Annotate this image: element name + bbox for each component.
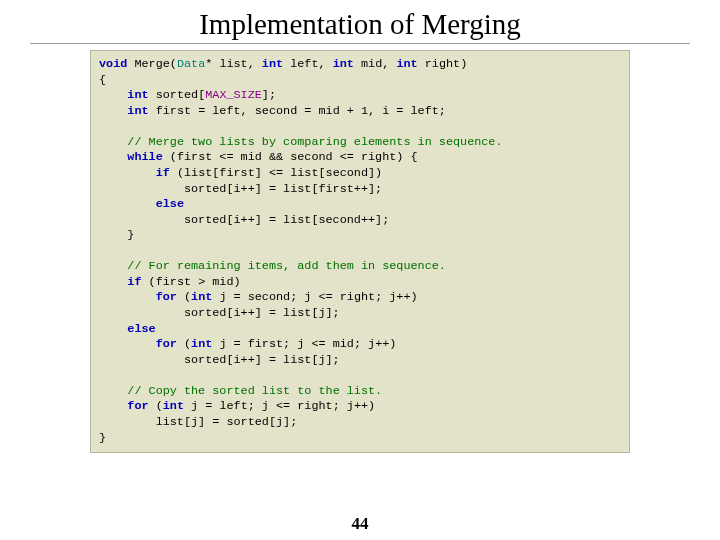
code-text: (first > mid) bbox=[142, 275, 241, 289]
code-text: ( bbox=[177, 290, 191, 304]
code-text: (first <= mid && second <= right) { bbox=[163, 150, 418, 164]
code-text bbox=[99, 337, 156, 351]
code-text bbox=[99, 88, 127, 102]
macro-maxsize: MAX_SIZE bbox=[205, 88, 262, 102]
type-data: Data bbox=[177, 57, 205, 71]
code-text: * list, bbox=[205, 57, 262, 71]
code-text: j = left; j <= right; j++) bbox=[184, 399, 375, 413]
keyword-int: int bbox=[333, 57, 354, 71]
keyword-for: for bbox=[127, 399, 148, 413]
comment: // For remaining items, add them in sequ… bbox=[127, 259, 446, 273]
code-text: } bbox=[99, 431, 106, 445]
code-text bbox=[99, 259, 127, 273]
code-text: j = first; j <= mid; j++) bbox=[212, 337, 396, 351]
code-text bbox=[99, 275, 127, 289]
keyword-for: for bbox=[156, 290, 177, 304]
code-text bbox=[99, 150, 127, 164]
keyword-int: int bbox=[191, 337, 212, 351]
code-text bbox=[99, 322, 127, 336]
code-text bbox=[99, 290, 156, 304]
keyword-void: void bbox=[99, 57, 127, 71]
slide: Implementation of Merging void Merge(Dat… bbox=[0, 0, 720, 540]
code-text: right) bbox=[418, 57, 468, 71]
keyword-int: int bbox=[163, 399, 184, 413]
slide-title: Implementation of Merging bbox=[30, 0, 690, 44]
code-text bbox=[99, 197, 156, 211]
keyword-int: int bbox=[396, 57, 417, 71]
page-number: 44 bbox=[0, 514, 720, 534]
code-text: (list[first] <= list[second]) bbox=[170, 166, 382, 180]
code-text: ]; bbox=[262, 88, 276, 102]
code-text: sorted[i++] = list[second++]; bbox=[99, 213, 389, 227]
code-text bbox=[99, 166, 156, 180]
keyword-else: else bbox=[156, 197, 184, 211]
code-text bbox=[99, 384, 127, 398]
code-block: void Merge(Data* list, int left, int mid… bbox=[90, 50, 630, 453]
keyword-if: if bbox=[156, 166, 170, 180]
keyword-if: if bbox=[127, 275, 141, 289]
keyword-else: else bbox=[127, 322, 155, 336]
keyword-int: int bbox=[191, 290, 212, 304]
code-text: sorted[i++] = list[j]; bbox=[99, 353, 340, 367]
keyword-while: while bbox=[127, 150, 162, 164]
code-text: j = second; j <= right; j++) bbox=[212, 290, 417, 304]
comment: // Copy the sorted list to the list. bbox=[127, 384, 382, 398]
code-text: list[j] = sorted[j]; bbox=[99, 415, 297, 429]
code-text bbox=[99, 399, 127, 413]
keyword-int: int bbox=[262, 57, 283, 71]
code-text: sorted[i++] = list[j]; bbox=[99, 306, 340, 320]
code-text: ( bbox=[177, 337, 191, 351]
code-text: { bbox=[99, 73, 106, 87]
code-text: left, bbox=[283, 57, 333, 71]
code-text: Merge( bbox=[127, 57, 177, 71]
code-text bbox=[99, 135, 127, 149]
code-text: } bbox=[99, 228, 134, 242]
keyword-for: for bbox=[156, 337, 177, 351]
code-text bbox=[99, 104, 127, 118]
comment: // Merge two lists by comparing elements… bbox=[127, 135, 502, 149]
code-text: first = left, second = mid + 1, i = left… bbox=[149, 104, 446, 118]
keyword-int: int bbox=[127, 88, 148, 102]
code-text: mid, bbox=[354, 57, 396, 71]
code-text: ( bbox=[149, 399, 163, 413]
code-text: sorted[i++] = list[first++]; bbox=[99, 182, 382, 196]
code-text: sorted[ bbox=[149, 88, 206, 102]
keyword-int: int bbox=[127, 104, 148, 118]
